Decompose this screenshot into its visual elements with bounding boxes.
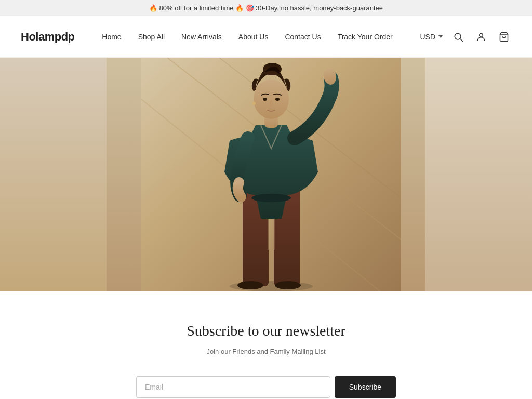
nav-new-arrivals[interactable]: New Arrivals — [181, 33, 222, 41]
svg-point-22 — [252, 102, 256, 105]
user-icon — [476, 32, 486, 42]
nav-home[interactable]: Home — [102, 33, 121, 41]
account-button[interactable] — [474, 30, 488, 44]
logo[interactable]: Holampdp — [21, 30, 75, 44]
cart-icon — [499, 32, 509, 42]
svg-point-24 — [275, 281, 301, 289]
announcement-bar: 🔥 80% off for a limited time 🔥 🎯 30-Day,… — [0, 0, 532, 16]
newsletter-section: Subscribe to our newsletter Join our Fri… — [0, 291, 532, 399]
search-button[interactable] — [451, 30, 466, 44]
currency-selector[interactable]: USD — [420, 33, 443, 41]
svg-point-18 — [254, 79, 289, 119]
newsletter-subtitle: Join our Friends and Family Mailing List — [21, 348, 511, 355]
announcement-text: 🔥 80% off for a limited time 🔥 🎯 30-Day,… — [149, 4, 383, 12]
subscribe-button[interactable]: Subscribe — [335, 376, 396, 398]
currency-label: USD — [420, 33, 435, 41]
nav-track-order[interactable]: Track Your Order — [338, 33, 393, 41]
header: Holampdp Home Shop All New Arrivals Abou… — [0, 16, 532, 58]
chevron-down-icon — [438, 35, 443, 38]
newsletter-form: Subscribe — [136, 376, 396, 398]
svg-point-15 — [251, 194, 291, 202]
nav-about-us[interactable]: About Us — [238, 33, 269, 41]
search-icon — [453, 32, 463, 42]
cart-button[interactable] — [497, 30, 511, 44]
hero-model-figure — [141, 58, 401, 291]
svg-point-23 — [237, 281, 263, 289]
svg-line-1 — [460, 38, 463, 41]
newsletter-title: Subscribe to our newsletter — [21, 323, 511, 339]
nav-shop-all[interactable]: Shop All — [138, 33, 165, 41]
svg-point-20 — [263, 98, 267, 101]
header-actions: USD — [420, 30, 511, 44]
svg-point-21 — [275, 98, 280, 101]
main-nav: Home Shop All New Arrivals About Us Cont… — [102, 33, 392, 41]
email-input[interactable] — [136, 376, 330, 398]
nav-contact-us[interactable]: Contact Us — [285, 33, 321, 41]
svg-point-2 — [480, 33, 483, 37]
hero-section — [0, 58, 532, 291]
